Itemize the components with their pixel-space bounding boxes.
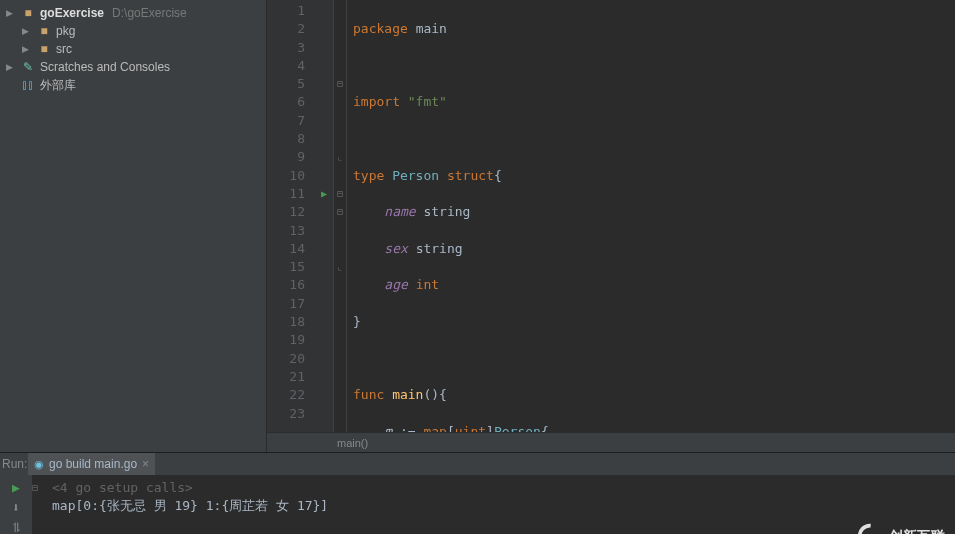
svg-point-0 bbox=[860, 526, 881, 534]
t: m bbox=[384, 424, 392, 432]
code-text[interactable]: package main import "fmt" type Person st… bbox=[347, 0, 955, 432]
run-label: Run: bbox=[0, 457, 28, 471]
t: main bbox=[392, 387, 423, 402]
t: sex bbox=[384, 241, 407, 256]
fold-end-icon[interactable]: ⌞ bbox=[334, 148, 346, 166]
settings-button[interactable]: ⥮ bbox=[8, 519, 24, 534]
fold-icon[interactable]: ⊟ bbox=[334, 75, 346, 93]
watermark: 创新互联 bbox=[857, 523, 945, 534]
tree-item-external-libs[interactable]: ⫿⫿ 外部库 bbox=[0, 76, 266, 94]
close-icon[interactable]: × bbox=[142, 457, 149, 471]
window: ▶ ■ goExercise D:\goExercise ▶ ■ pkg ▶ ■… bbox=[0, 0, 955, 534]
t: package bbox=[353, 21, 408, 36]
t: age bbox=[384, 277, 407, 292]
folder-icon: ■ bbox=[36, 42, 52, 56]
breadcrumb-item[interactable]: main() bbox=[337, 437, 368, 449]
project-name: goExercise bbox=[40, 6, 104, 20]
toggle-collapse[interactable]: ⊟ bbox=[32, 479, 38, 497]
t: import bbox=[353, 94, 400, 109]
folder-icon: ■ bbox=[36, 24, 52, 38]
t: string bbox=[416, 241, 463, 256]
tree-item-label: Scratches and Consoles bbox=[40, 60, 170, 74]
run-toolbar: ▶ ⬇ ⥮ ⌫ bbox=[0, 475, 32, 534]
console-line: map[0:{张无忌 男 19} 1:{周芷若 女 17}] bbox=[38, 497, 949, 515]
t: func bbox=[353, 387, 384, 402]
stop-button[interactable]: ⬇ bbox=[8, 499, 24, 515]
t: map bbox=[423, 424, 446, 432]
t: type bbox=[353, 168, 384, 183]
chevron-right-icon: ▶ bbox=[22, 26, 32, 36]
console-line: <4 go setup calls> bbox=[38, 479, 949, 497]
scratches-icon: ✎ bbox=[20, 60, 36, 74]
t: name bbox=[384, 204, 415, 219]
fold-icon[interactable]: ⊟ bbox=[334, 185, 346, 203]
fold-gutter: ⊟ ⌞ ⊟ ⊟ ⌞ bbox=[333, 0, 347, 432]
t: uint bbox=[455, 424, 486, 432]
chevron-right-icon: ▶ bbox=[6, 8, 16, 18]
line-gutter: 1234567891011121314151617181920212223 bbox=[267, 0, 315, 432]
t: := bbox=[400, 424, 416, 432]
tree-item-label: 外部库 bbox=[40, 77, 76, 94]
code-area[interactable]: 1234567891011121314151617181920212223 ▶ … bbox=[267, 0, 955, 432]
run-line-icon[interactable]: ▶ bbox=[315, 185, 333, 203]
run-body: ▶ ⬇ ⥮ ⌫ ⊟ <4 go setup calls> map[0:{张无忌 … bbox=[0, 475, 955, 534]
project-path: D:\goExercise bbox=[112, 6, 187, 20]
tree-item-pkg[interactable]: ▶ ■ pkg bbox=[0, 22, 266, 40]
editor-pane: 1234567891011121314151617181920212223 ▶ … bbox=[267, 0, 955, 452]
fold-end-icon[interactable]: ⌞ bbox=[334, 258, 346, 276]
project-tree[interactable]: ▶ ■ goExercise D:\goExercise ▶ ■ pkg ▶ ■… bbox=[0, 0, 266, 98]
tree-item-src[interactable]: ▶ ■ src bbox=[0, 40, 266, 58]
run-toolwindow: Run: ◉ go build main.go × ▶ ⬇ ⥮ ⌫ ⊟ <4 g… bbox=[0, 452, 955, 534]
chevron-right-icon: ▶ bbox=[6, 62, 16, 72]
folder-icon: ■ bbox=[20, 6, 36, 20]
tree-item-label: src bbox=[56, 42, 72, 56]
t: Person bbox=[494, 424, 541, 432]
rerun-button[interactable]: ▶ bbox=[8, 479, 24, 495]
run-tab-label: go build main.go bbox=[49, 457, 137, 471]
t: Person bbox=[392, 168, 439, 183]
t: int bbox=[416, 277, 439, 292]
watermark-text: 创新互联 bbox=[889, 527, 945, 534]
t: main bbox=[416, 21, 447, 36]
go-icon: ◉ bbox=[34, 458, 44, 471]
t: struct bbox=[447, 168, 494, 183]
console-output[interactable]: ⊟ <4 go setup calls> map[0:{张无忌 男 19} 1:… bbox=[32, 475, 955, 534]
breadcrumb[interactable]: main() bbox=[267, 432, 955, 452]
run-marker-gutter: ▶ bbox=[315, 0, 333, 432]
tree-item-scratches[interactable]: ▶ ✎ Scratches and Consoles bbox=[0, 58, 266, 76]
tree-item-project-root[interactable]: ▶ ■ goExercise D:\goExercise bbox=[0, 4, 266, 22]
library-icon: ⫿⫿ bbox=[20, 78, 36, 92]
chevron-right-icon: ▶ bbox=[22, 44, 32, 54]
t: "fmt" bbox=[408, 94, 447, 109]
run-tab[interactable]: ◉ go build main.go × bbox=[28, 453, 155, 475]
top-pane: ▶ ■ goExercise D:\goExercise ▶ ■ pkg ▶ ■… bbox=[0, 0, 955, 452]
project-sidebar: ▶ ■ goExercise D:\goExercise ▶ ■ pkg ▶ ■… bbox=[0, 0, 267, 452]
run-tabbar: Run: ◉ go build main.go × bbox=[0, 453, 955, 475]
fold-icon[interactable]: ⊟ bbox=[334, 203, 346, 221]
tree-item-label: pkg bbox=[56, 24, 75, 38]
t: string bbox=[423, 204, 470, 219]
watermark-icon bbox=[857, 523, 883, 534]
